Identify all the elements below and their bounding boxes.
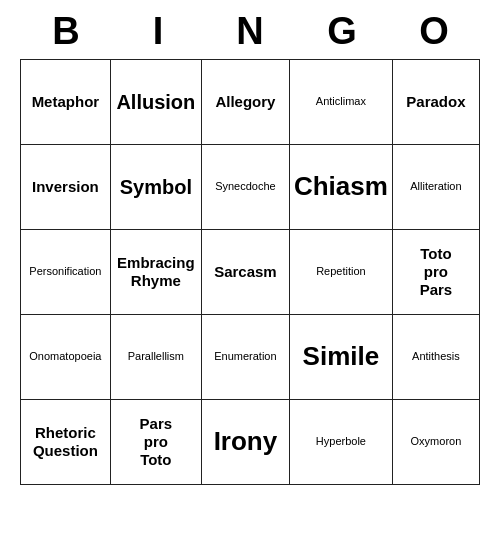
cell-r4-c2: Irony — [201, 400, 289, 485]
bingo-title: B I N G O — [20, 0, 480, 59]
cell-r0-c0: Metaphor — [21, 60, 111, 145]
cell-r1-c3: Chiasm — [289, 145, 392, 230]
cell-r1-c4: Alliteration — [392, 145, 479, 230]
cell-r2-c1: Embracing Rhyme — [110, 230, 201, 315]
cell-r0-c1: Allusion — [110, 60, 201, 145]
letter-o: O — [394, 10, 474, 53]
cell-r4-c1: Pars pro Toto — [110, 400, 201, 485]
letter-i: I — [118, 10, 198, 53]
cell-r3-c2: Enumeration — [201, 315, 289, 400]
cell-r1-c2: Synecdoche — [201, 145, 289, 230]
cell-r0-c2: Allegory — [201, 60, 289, 145]
cell-r4-c4: Oxymoron — [392, 400, 479, 485]
cell-r3-c1: Parallellism — [110, 315, 201, 400]
letter-b: B — [26, 10, 106, 53]
cell-r3-c4: Antithesis — [392, 315, 479, 400]
bingo-grid: MetaphorAllusionAllegoryAnticlimaxParado… — [20, 59, 480, 485]
letter-g: G — [302, 10, 382, 53]
cell-r4-c0: Rhetoric Question — [21, 400, 111, 485]
cell-r1-c0: Inversion — [21, 145, 111, 230]
cell-r0-c4: Paradox — [392, 60, 479, 145]
cell-r0-c3: Anticlimax — [289, 60, 392, 145]
cell-r1-c1: Symbol — [110, 145, 201, 230]
cell-r2-c3: Repetition — [289, 230, 392, 315]
cell-r3-c3: Simile — [289, 315, 392, 400]
cell-r4-c3: Hyperbole — [289, 400, 392, 485]
cell-r3-c0: Onomatopoeia — [21, 315, 111, 400]
cell-r2-c0: Personification — [21, 230, 111, 315]
letter-n: N — [210, 10, 290, 53]
cell-r2-c4: Toto pro Pars — [392, 230, 479, 315]
cell-r2-c2: Sarcasm — [201, 230, 289, 315]
